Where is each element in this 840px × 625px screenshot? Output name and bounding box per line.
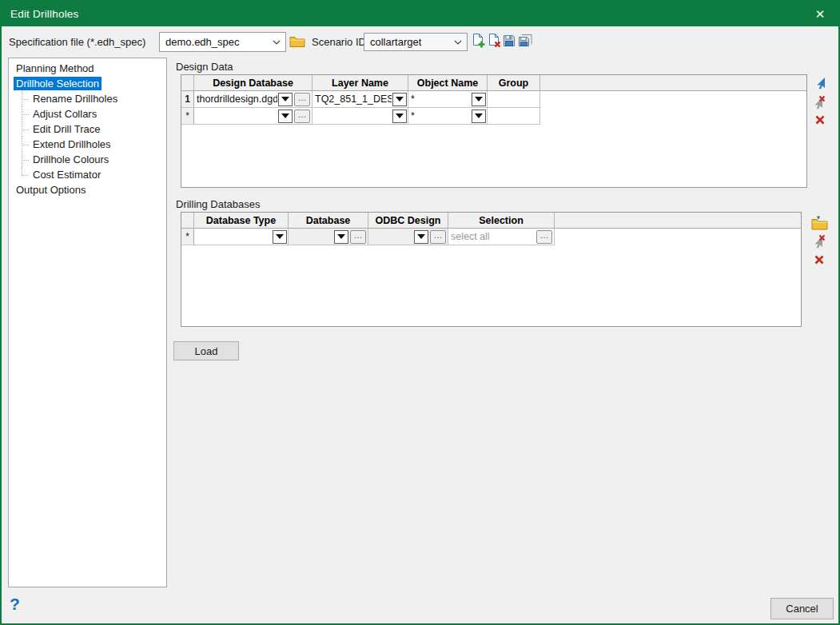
object-name-cell[interactable]: * xyxy=(408,108,488,125)
header-filler xyxy=(555,213,801,228)
planning-tree: Planning Method Drillhole Selection Rena… xyxy=(8,58,167,587)
row-number[interactable]: * xyxy=(181,108,194,125)
drilling-databases-title: Drilling Databases xyxy=(176,198,261,210)
drilling-databases-header-row: Database Type Database ODBC Design Selec… xyxy=(181,213,801,229)
save-icon[interactable] xyxy=(502,34,516,48)
pick-from-screen-icon[interactable] xyxy=(814,78,826,90)
object-name-value: * xyxy=(408,110,471,121)
row-number[interactable]: * xyxy=(181,229,194,245)
dropdown-arrow-icon[interactable] xyxy=(392,93,407,106)
load-database-folder-icon[interactable] xyxy=(811,216,828,230)
titlebar: Edit Drillholes ✕ xyxy=(2,2,838,26)
drilling-databases-grid: Database Type Database ODBC Design Selec… xyxy=(181,212,802,327)
tree-item-output-options[interactable]: Output Options xyxy=(9,182,166,197)
design-data-grid: Design Database Layer Name Object Name G… xyxy=(181,74,807,188)
dropdown-arrow-icon[interactable] xyxy=(472,109,486,123)
col-header-group[interactable]: Group xyxy=(488,75,540,90)
chevron-down-icon[interactable] xyxy=(268,40,285,45)
spec-file-combobox[interactable]: demo.edh_spec xyxy=(159,32,286,52)
dropdown-arrow-icon[interactable] xyxy=(278,109,293,123)
layer-name-cell[interactable] xyxy=(313,108,408,125)
browse-button[interactable]: … xyxy=(294,109,310,123)
new-scenario-icon[interactable] xyxy=(471,33,485,49)
tree-item-extend-drillholes[interactable]: Extend Drillholes xyxy=(9,137,166,152)
tree-item-rename-drillholes[interactable]: Rename Drillholes xyxy=(9,91,166,106)
design-database-cell[interactable]: thordrilldesign.dgd.is … xyxy=(194,91,313,108)
layer-name-value: TQ2_851_1_DESIGN xyxy=(313,94,392,105)
header-filler xyxy=(540,75,806,90)
odbc-design-cell[interactable]: … xyxy=(368,229,448,245)
load-button[interactable]: Load xyxy=(173,341,239,360)
col-header-layer-name[interactable]: Layer Name xyxy=(313,75,408,90)
group-cell[interactable] xyxy=(488,108,540,125)
design-data-title: Design Data xyxy=(176,61,233,73)
group-cell[interactable] xyxy=(488,91,540,108)
delete-row-icon[interactable] xyxy=(815,115,825,125)
col-header-object-name[interactable]: Object Name xyxy=(408,75,488,90)
col-header-odbc-design[interactable]: ODBC Design xyxy=(368,213,448,228)
browse-button[interactable]: … xyxy=(350,230,366,244)
spec-file-label: Specification file (*.edh_spec) xyxy=(9,36,145,48)
dropdown-arrow-icon[interactable] xyxy=(392,109,407,123)
dropdown-arrow-icon[interactable] xyxy=(414,230,428,244)
object-name-cell[interactable]: * xyxy=(408,91,488,108)
window-title: Edit Drillholes xyxy=(2,8,79,20)
tree-item-planning-method[interactable]: Planning Method xyxy=(9,61,166,76)
close-icon[interactable]: ✕ xyxy=(802,2,838,26)
selection-cell[interactable]: select all … xyxy=(448,229,555,245)
col-header-design-database[interactable]: Design Database xyxy=(194,75,313,90)
dropdown-arrow-icon[interactable] xyxy=(278,93,293,106)
table-row: * … * xyxy=(181,108,806,125)
database-type-cell[interactable] xyxy=(194,229,289,245)
layer-name-cell[interactable]: TQ2_851_1_DESIGN xyxy=(313,91,408,108)
design-data-header-row: Design Database Layer Name Object Name G… xyxy=(181,75,806,91)
tree-item-edit-drill-trace[interactable]: Edit Drill Trace xyxy=(9,121,166,137)
spec-file-value: demo.edh_spec xyxy=(160,36,268,48)
scenario-id-value: collartarget xyxy=(364,36,449,48)
row-number[interactable]: 1 xyxy=(181,91,194,108)
col-header-database-type[interactable]: Database Type xyxy=(194,213,289,228)
delete-scenario-icon[interactable] xyxy=(487,33,501,49)
cancel-button[interactable]: Cancel xyxy=(770,598,834,619)
selection-placeholder: select all xyxy=(448,231,535,242)
browse-button[interactable]: … xyxy=(294,93,310,106)
tree-item-cost-estimator[interactable]: Cost Estimator xyxy=(9,167,166,182)
object-name-value: * xyxy=(408,94,471,105)
scenario-id-label: Scenario ID xyxy=(312,36,366,48)
dropdown-arrow-icon[interactable] xyxy=(334,230,348,244)
design-database-value: thordrilldesign.dgd.is xyxy=(194,94,277,105)
design-database-cell[interactable]: … xyxy=(194,108,313,125)
dropdown-arrow-icon[interactable] xyxy=(472,93,486,106)
cancel-pick-icon[interactable] xyxy=(811,95,826,110)
row-number-header xyxy=(181,213,194,228)
help-icon[interactable]: ? xyxy=(10,595,20,614)
col-header-selection[interactable]: Selection xyxy=(448,213,555,228)
edit-drillholes-dialog: Edit Drillholes ✕ Specification file (*.… xyxy=(0,0,840,625)
browse-button[interactable]: … xyxy=(430,230,446,244)
tree-item-drillhole-selection[interactable]: Drillhole Selection xyxy=(9,76,166,91)
delete-row-icon[interactable] xyxy=(814,255,824,265)
open-folder-icon[interactable] xyxy=(289,34,306,49)
table-row: * … … select all … xyxy=(181,229,801,245)
tree-item-adjust-collars[interactable]: Adjust Collars xyxy=(9,106,166,121)
save-copy-icon[interactable] xyxy=(517,34,532,48)
browse-button[interactable]: … xyxy=(536,230,552,244)
col-header-database[interactable]: Database xyxy=(289,213,368,228)
dropdown-arrow-icon[interactable] xyxy=(273,230,287,244)
row-number-header xyxy=(181,75,194,90)
database-cell[interactable]: … xyxy=(289,229,368,245)
chevron-down-icon[interactable] xyxy=(449,40,467,45)
table-row: 1 thordrilldesign.dgd.is … TQ2_851_1_DES… xyxy=(181,91,806,108)
scenario-id-combobox[interactable]: collartarget xyxy=(364,33,468,51)
tree-item-drillhole-colours[interactable]: Drillhole Colours xyxy=(9,152,166,167)
cancel-pick-icon[interactable] xyxy=(811,234,826,249)
